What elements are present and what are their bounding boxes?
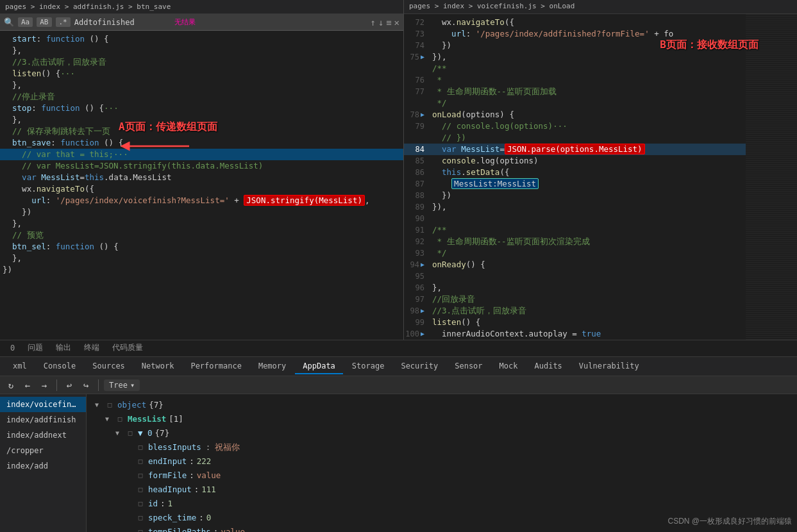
no-expand <box>122 525 133 532</box>
line-num: 98▶ <box>404 305 430 317</box>
expand-icon-messlist[interactable]: ▼ <box>102 412 112 426</box>
right-code-line: onReady() { <box>430 259 746 270</box>
devtools-toolbar[interactable]: ↻ ← → ↩ ↪ Tree ▾ <box>0 376 797 394</box>
next-button[interactable]: → <box>37 378 51 392</box>
tab-vulnerability[interactable]: Vulnerability <box>571 359 647 374</box>
tab-security[interactable]: Security <box>393 359 446 374</box>
line-num: 74 <box>404 40 430 51</box>
right-code-line: //3.点击试听，回放录音 <box>430 305 746 317</box>
data-key-blessinputs: blessInputs <box>148 440 201 454</box>
search-icon: 🔍 <box>4 17 14 27</box>
csdn-watermark: CSDN @一枚形成良好习惯的前端猿 <box>667 516 792 527</box>
tab-network[interactable]: Network <box>134 359 182 374</box>
arrow-up-icon[interactable]: ↑ <box>370 17 375 28</box>
sec-tab-terminal[interactable]: 终端 <box>78 340 106 356</box>
data-sep: : <box>214 525 219 532</box>
data-row-headinput: □ headInput : 111 <box>122 483 792 497</box>
menu-icon[interactable]: ≡ <box>386 17 391 28</box>
left-editor: pages > index > addfinish.js > btn_save … <box>0 0 404 340</box>
ab-label: AB <box>37 17 51 27</box>
page-list: index/voicefinish index/addfinish index/… <box>0 394 87 532</box>
data-icon: □ <box>105 398 115 412</box>
right-line-numbers: 72 73 74 75▶ 76 77 78▶ 79 84 85 86 87 88… <box>404 14 430 340</box>
line-content: }, <box>0 253 403 264</box>
data-row-root: ▼ □ object {7} <box>92 398 792 412</box>
line-content: }, <box>0 79 403 91</box>
code-line: }) <box>0 264 403 276</box>
search-bar[interactable]: 🔍 Aa AB .* 无结果 ↑ ↓ ≡ ✕ <box>0 14 403 31</box>
line-content: url: '/pages/index/voicefinish?MessList=… <box>0 195 403 206</box>
breadcrumb-text: pages > index > addfinish.js > btn_save <box>5 3 171 11</box>
sec-tab-0[interactable]: 0 <box>4 342 21 356</box>
tree-selector[interactable]: Tree ▾ <box>104 379 140 391</box>
right-editor: pages > index > voicefinish.js > onLoad … <box>404 0 797 340</box>
devtools-tabs-bar[interactable]: xml Console Sources Network Performance … <box>0 357 797 376</box>
page-item-cropper[interactable]: /cropper <box>0 443 86 458</box>
data-row-formfile: □ formFile : value <box>122 469 792 483</box>
data-sep: ： <box>204 440 212 454</box>
data-icon: □ <box>115 412 125 426</box>
close-icon[interactable]: ✕ <box>394 17 399 28</box>
page-item-addfinish[interactable]: index/addfinish <box>0 412 86 428</box>
code-line: stop: function () {··· <box>0 103 403 114</box>
expand-icon-0[interactable]: ▼ <box>112 426 122 440</box>
page-item-voicefinish[interactable]: index/voicefinish <box>0 397 86 412</box>
tab-sensor[interactable]: Sensor <box>447 359 490 374</box>
tree-arrow-icon: ▾ <box>130 381 135 390</box>
right-breadcrumb-text: pages > index > voicefinish.js > onLoad <box>409 2 575 10</box>
prev-button[interactable]: ← <box>21 378 35 392</box>
line-content: btn_sel: function () { <box>0 241 403 253</box>
sec-tab-quality[interactable]: 代码质量 <box>106 340 149 356</box>
tab-console[interactable]: Console <box>36 359 84 374</box>
right-code-line: * <box>430 74 746 86</box>
code-line: }, <box>0 79 403 91</box>
tab-storage[interactable]: Storage <box>344 359 392 374</box>
undo-button[interactable]: ↩ <box>62 378 76 392</box>
devtools-content: index/voicefinish index/addfinish index/… <box>0 394 797 532</box>
secondary-tabs-bar[interactable]: 0 问题 输出 终端 代码质量 <box>0 340 797 357</box>
right-code-line: //回放录音 <box>430 294 746 305</box>
right-code-line: }) <box>430 40 746 51</box>
data-val-0: {7} <box>155 426 170 440</box>
data-icon: □ <box>135 525 146 532</box>
search-controls[interactable]: ↑ ↓ ≡ ✕ <box>370 17 399 28</box>
right-code-line: listen() { <box>430 317 746 328</box>
line-content: // var that = this;··· <box>0 149 403 160</box>
tab-mock[interactable]: Mock <box>492 359 526 374</box>
tab-appdata[interactable]: AppData <box>295 359 343 374</box>
right-code-line: }) <box>430 190 746 201</box>
line-num: 100▶ <box>404 328 430 340</box>
arrow-down-icon[interactable]: ↓ <box>378 17 383 28</box>
line-num: 72 <box>404 17 430 28</box>
code-line-highlighted: // var that = this;··· <box>0 149 403 160</box>
data-key-tempfilepaths: tempFilePaths <box>148 525 211 532</box>
line-content: }) <box>0 264 403 276</box>
right-code-line: // console.log(options)··· <box>430 121 746 132</box>
tab-xml[interactable]: xml <box>5 359 35 374</box>
sec-tab-output[interactable]: 输出 <box>49 340 78 356</box>
tab-audits[interactable]: Audits <box>526 359 569 374</box>
right-code-line <box>430 270 746 282</box>
no-expand <box>122 469 133 483</box>
search-input[interactable] <box>74 18 171 27</box>
line-num: 79 <box>404 121 430 132</box>
sec-tab-issues[interactable]: 问题 <box>21 340 49 356</box>
right-code-line: MessList:MessList <box>430 178 746 190</box>
code-line: wx.navigateTo({ <box>0 183 403 195</box>
line-num: 91 <box>404 224 430 236</box>
tab-sources[interactable]: Sources <box>85 359 133 374</box>
left-breadcrumb: pages > index > addfinish.js > btn_save <box>0 0 403 14</box>
data-icon: □ <box>135 454 146 469</box>
regex-label: .* <box>56 17 71 27</box>
code-line: }, <box>0 253 403 264</box>
line-content: var MessList=this.data.MessList <box>0 172 403 183</box>
refresh-button[interactable]: ↻ <box>4 378 18 392</box>
devtools-panel: 0 问题 输出 终端 代码质量 xml Console Sources Netw… <box>0 340 797 532</box>
data-sep: : <box>189 454 194 469</box>
page-item-addnext[interactable]: index/addnext <box>0 428 86 443</box>
tab-performance[interactable]: Performance <box>183 359 249 374</box>
redo-button[interactable]: ↪ <box>79 378 93 392</box>
expand-icon[interactable]: ▼ <box>92 398 102 412</box>
page-item-add[interactable]: index/add <box>0 458 86 474</box>
tab-memory[interactable]: Memory <box>251 359 294 374</box>
